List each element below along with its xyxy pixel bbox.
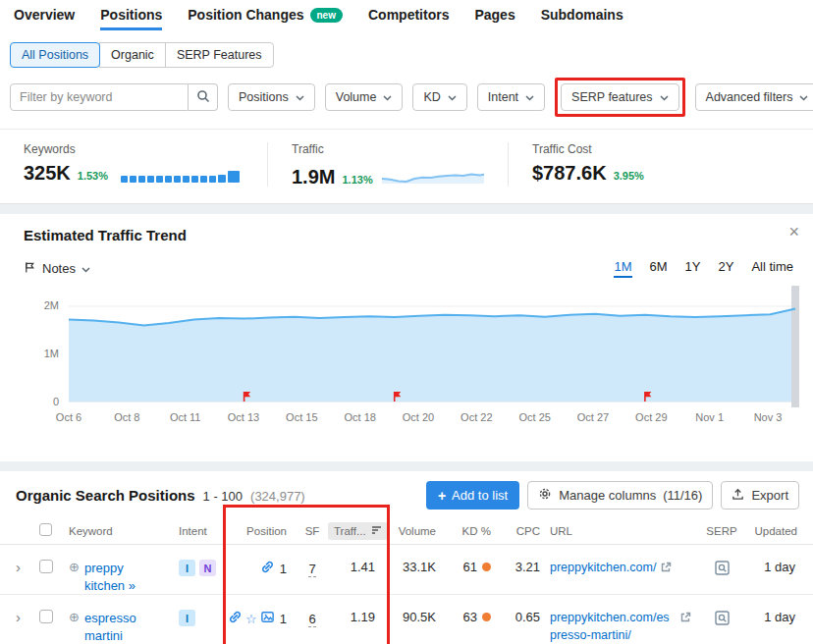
trend-title: Estimated Traffic Trend xyxy=(24,227,797,243)
nav-item-positions[interactable]: Positions xyxy=(100,0,162,30)
table-row: › ⊕ espresso martini recipe » I ☆ 1 6 1.… xyxy=(0,595,813,644)
range-1m[interactable]: 1M xyxy=(614,259,631,278)
keyword-more-icon[interactable]: » xyxy=(129,578,136,593)
image-feature-icon xyxy=(260,610,275,627)
keyword-link[interactable]: espresso martini recipe » xyxy=(84,610,149,644)
chevron-down-icon xyxy=(525,90,534,104)
top-nav: Overview Positions Position Changes new … xyxy=(0,0,813,30)
search-button[interactable] xyxy=(189,83,218,111)
export-icon xyxy=(732,488,744,504)
header-traffic-sorted[interactable]: Traff... xyxy=(328,522,388,540)
svg-text:Oct 8: Oct 8 xyxy=(114,411,139,423)
url-link[interactable]: preppykitchen.com/ xyxy=(550,560,656,577)
tab-all-positions[interactable]: All Positions xyxy=(10,42,100,68)
sf-count-link[interactable]: 6 xyxy=(308,612,315,627)
header-sf[interactable]: SF xyxy=(297,525,328,537)
keyword-filter-input[interactable] xyxy=(10,83,189,111)
intent-badge-navigational: N xyxy=(199,560,216,576)
sort-icon xyxy=(371,525,382,537)
expand-row-icon[interactable]: › xyxy=(10,545,39,574)
manage-columns-label: Manage columns xyxy=(559,488,656,503)
nav-item-pages[interactable]: Pages xyxy=(474,0,515,30)
range-1y[interactable]: 1Y xyxy=(685,259,701,278)
svg-text:Oct 11: Oct 11 xyxy=(170,411,201,423)
svg-text:Oct 18: Oct 18 xyxy=(344,411,375,423)
header-kd[interactable]: KD % xyxy=(446,525,501,537)
url-link[interactable]: preppykitchen.com/espresso-martini/ xyxy=(550,610,676,644)
header-keyword[interactable]: Keyword xyxy=(69,525,179,537)
keyword-text: espresso martini recipe xyxy=(84,611,136,644)
dropdown-label: Advanced filters xyxy=(706,90,793,104)
chevron-down-icon xyxy=(383,90,392,104)
export-button[interactable]: Export xyxy=(721,481,799,510)
tab-organic[interactable]: Organic xyxy=(99,42,166,68)
traffic-label: Traffic xyxy=(292,142,484,156)
external-link-icon[interactable] xyxy=(660,562,672,576)
nav-label: Positions xyxy=(100,7,162,23)
nav-label: Competitors xyxy=(368,7,449,23)
serp-snapshot-icon[interactable] xyxy=(714,560,731,580)
intent-dropdown[interactable]: Intent xyxy=(477,83,545,111)
svg-text:Nov 3: Nov 3 xyxy=(754,411,783,423)
manage-columns-button[interactable]: Manage columns (11/16) xyxy=(527,481,713,510)
intent-badge-informational: I xyxy=(179,610,195,626)
columns-count: (11/16) xyxy=(663,488,702,503)
table-total-count: (324,977) xyxy=(250,489,305,504)
position-type-tabs: All Positions Organic SERP Features xyxy=(0,30,813,68)
tab-serp-features[interactable]: SERP Features xyxy=(165,42,274,68)
keywords-label: Keywords xyxy=(24,142,244,156)
time-range-selector: 1M 6M 1Y 2Y All time xyxy=(614,259,793,278)
cpc-value: 3.21 xyxy=(515,560,540,574)
range-all-time[interactable]: All time xyxy=(751,259,793,278)
header-position[interactable]: Position xyxy=(228,525,297,537)
chevron-down-icon xyxy=(296,90,304,104)
sitelinks-icon xyxy=(260,560,275,577)
volume-value: 90.5K xyxy=(403,610,436,624)
traffic-trend-chart: 01M2MOct 6Oct 8Oct 11Oct 13Oct 15Oct 18O… xyxy=(24,284,801,431)
row-checkbox[interactable] xyxy=(39,610,53,623)
header-volume[interactable]: Volume xyxy=(385,525,446,537)
kd-dropdown[interactable]: KD xyxy=(412,83,466,111)
traffic-cost-label: Traffic Cost xyxy=(532,142,789,156)
keywords-value: 325K xyxy=(24,163,71,183)
advanced-filters-dropdown[interactable]: Advanced filters xyxy=(695,83,813,111)
range-6m[interactable]: 6M xyxy=(650,259,668,278)
close-icon[interactable]: × xyxy=(788,223,799,241)
add-keyword-icon[interactable]: ⊕ xyxy=(69,560,80,594)
header-updated[interactable]: Updated xyxy=(744,525,803,537)
serp-snapshot-icon[interactable] xyxy=(714,610,731,630)
notes-dropdown[interactable]: Notes xyxy=(24,261,90,277)
sf-count-link[interactable]: 7 xyxy=(308,562,315,577)
nav-item-subdomains[interactable]: Subdomains xyxy=(541,0,623,30)
header-url[interactable]: URL xyxy=(550,525,699,537)
nav-label: Overview xyxy=(14,7,75,23)
range-2y[interactable]: 2Y xyxy=(718,259,733,278)
chevron-down-icon xyxy=(448,90,457,104)
header-intent[interactable]: Intent xyxy=(179,525,228,537)
volume-dropdown[interactable]: Volume xyxy=(325,83,404,111)
plus-icon: + xyxy=(438,489,446,503)
header-serp[interactable]: SERP xyxy=(699,525,744,537)
positions-dropdown[interactable]: Positions xyxy=(228,83,315,111)
svg-text:Oct 25: Oct 25 xyxy=(518,411,550,423)
flag-icon xyxy=(24,261,36,277)
external-link-icon[interactable] xyxy=(679,612,691,626)
keyword-text: preppy kitchen xyxy=(84,561,125,593)
table-row: › ⊕ preppy kitchen » I N 1 7 1.41 33.1K … xyxy=(0,545,813,595)
add-to-list-button[interactable]: + Add to list xyxy=(426,481,519,510)
expand-row-icon[interactable]: › xyxy=(10,595,39,624)
header-cpc[interactable]: CPC xyxy=(501,525,550,537)
nav-item-competitors[interactable]: Competitors xyxy=(368,0,449,30)
nav-item-overview[interactable]: Overview xyxy=(14,0,75,30)
add-to-list-label: Add to list xyxy=(452,488,508,503)
select-all-checkbox[interactable] xyxy=(39,523,52,536)
serp-features-dropdown[interactable]: SERP features xyxy=(561,83,678,111)
nav-label: Position Changes xyxy=(188,7,303,23)
row-checkbox[interactable] xyxy=(39,560,53,573)
svg-text:Oct 6: Oct 6 xyxy=(56,411,81,423)
add-keyword-icon[interactable]: ⊕ xyxy=(69,610,80,644)
summary-stats: Keywords 325K 1.53% Traffic 1.9M 1.13% T… xyxy=(0,129,813,204)
keyword-link[interactable]: preppy kitchen » xyxy=(84,560,149,594)
top-section: Overview Positions Position Changes new … xyxy=(0,0,813,204)
nav-item-position-changes[interactable]: Position Changes new xyxy=(188,0,343,30)
